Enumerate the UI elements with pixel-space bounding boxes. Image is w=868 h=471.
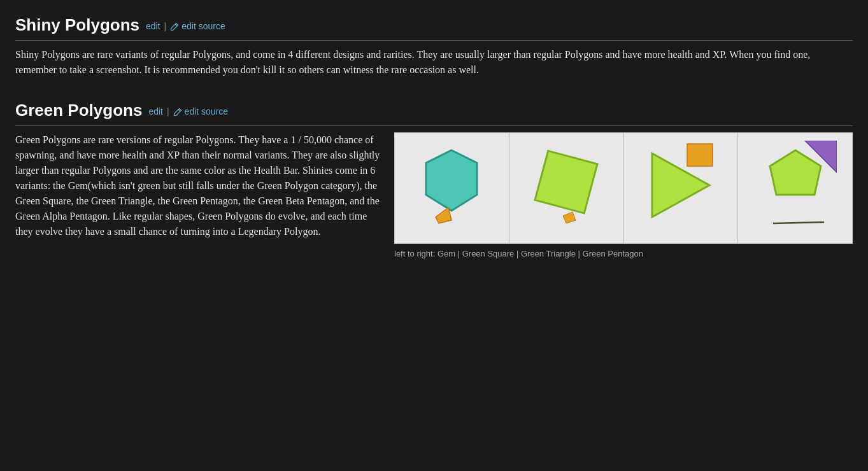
green-polygons-section: Green Polygons edit | edit source Green … bbox=[15, 98, 853, 260]
green-triangle-panel bbox=[624, 133, 739, 243]
image-caption: left to right: Gem | Green Square | Gree… bbox=[394, 248, 853, 260]
pencil-icon-green bbox=[173, 108, 182, 116]
svg-marker-1 bbox=[436, 207, 452, 223]
shiny-polygons-section: Shiny Polygons edit | edit source Shiny … bbox=[15, 13, 853, 78]
green-body: Green Polygons are rare versions of regu… bbox=[15, 132, 853, 260]
green-heading-row: Green Polygons edit | edit source bbox=[15, 98, 853, 126]
green-text-block: Green Polygons are rare versions of regu… bbox=[15, 132, 381, 239]
green-pentagon-panel bbox=[738, 133, 852, 243]
shiny-edit-links: edit | edit source bbox=[146, 20, 225, 33]
shiny-description: Shiny Polygons are rare variants of regu… bbox=[15, 47, 853, 78]
shiny-edit-source-label: edit source bbox=[181, 20, 225, 33]
green-description: Green Polygons are rare versions of regu… bbox=[15, 132, 381, 239]
pencil-icon bbox=[170, 22, 179, 31]
svg-marker-7 bbox=[770, 150, 821, 195]
green-content-layout: Green Polygons are rare versions of regu… bbox=[15, 132, 853, 260]
svg-line-8 bbox=[773, 222, 824, 223]
shiny-heading-row: Shiny Polygons edit | edit source bbox=[15, 13, 853, 41]
green-square-svg bbox=[525, 141, 608, 236]
gem-svg bbox=[416, 141, 487, 236]
shiny-separator: | bbox=[164, 20, 167, 33]
green-edit-link[interactable]: edit bbox=[148, 105, 163, 118]
shiny-body: Shiny Polygons are rare variants of regu… bbox=[15, 47, 853, 78]
green-image-block: left to right: Gem | Green Square | Gree… bbox=[394, 132, 853, 260]
svg-marker-0 bbox=[426, 150, 477, 211]
green-edit-links: edit | edit source bbox=[148, 105, 228, 118]
gem-panel bbox=[395, 133, 509, 243]
svg-rect-2 bbox=[535, 151, 597, 213]
green-edit-source-label: edit source bbox=[185, 105, 228, 118]
green-pentagon-svg bbox=[754, 141, 837, 236]
svg-rect-5 bbox=[687, 144, 713, 166]
shiny-edit-link[interactable]: edit bbox=[146, 20, 160, 33]
shiny-heading-title: Shiny Polygons bbox=[15, 13, 139, 38]
green-heading-title: Green Polygons bbox=[15, 98, 142, 123]
green-square-panel bbox=[509, 133, 624, 243]
svg-marker-3 bbox=[563, 212, 576, 223]
green-triangle-svg bbox=[639, 141, 722, 236]
green-separator: | bbox=[167, 105, 169, 118]
shiny-edit-source-link[interactable]: edit source bbox=[170, 20, 225, 33]
green-edit-source-link[interactable]: edit source bbox=[173, 105, 228, 118]
polygon-image-container bbox=[394, 132, 853, 244]
